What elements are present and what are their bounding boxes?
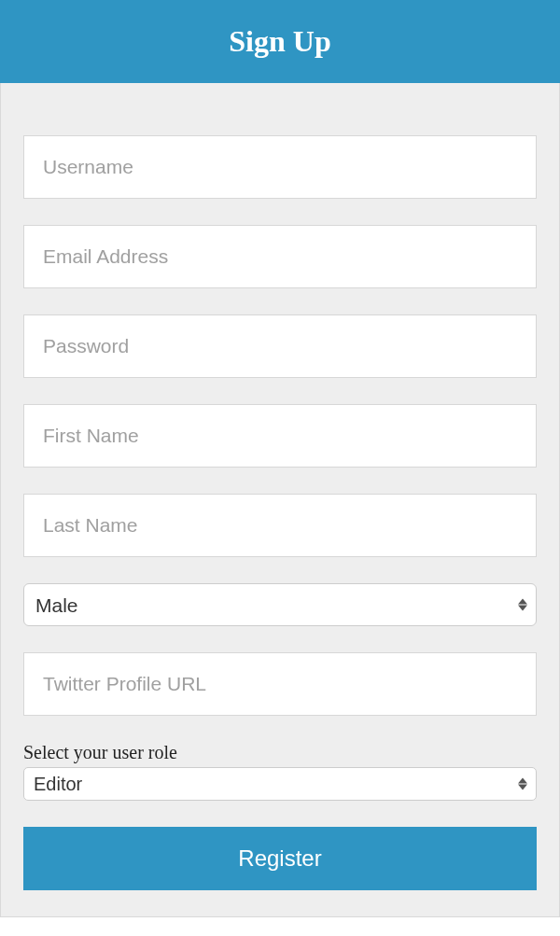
first-name-input[interactable] — [23, 404, 537, 468]
role-select[interactable]: Editor — [23, 767, 537, 801]
page-title: Sign Up — [0, 0, 560, 83]
email-input[interactable] — [23, 225, 537, 288]
role-label: Select your user role — [23, 742, 537, 763]
signup-form: Male Select your user role Editor Regist… — [0, 83, 560, 917]
last-name-input[interactable] — [23, 494, 537, 557]
username-input[interactable] — [23, 135, 537, 199]
gender-select[interactable]: Male — [23, 583, 537, 626]
register-button[interactable]: Register — [23, 827, 537, 890]
twitter-input[interactable] — [23, 652, 537, 716]
password-input[interactable] — [23, 314, 537, 378]
